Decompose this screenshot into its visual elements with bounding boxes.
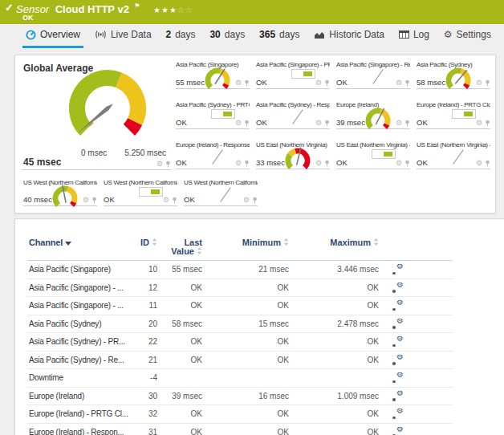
tab-30-days[interactable]: 30days xyxy=(206,25,248,48)
priority-stars[interactable]: ★★★☆☆ xyxy=(153,6,193,14)
pin-icon[interactable] xyxy=(324,120,330,127)
channel-gauge-value: OK xyxy=(256,78,267,87)
channel-minimum: 21 msec xyxy=(204,265,291,274)
table-row: Asia Pacific (Singapore) - ...12OKOKOK⚙ xyxy=(27,279,453,298)
tab-365-days[interactable]: 365days xyxy=(256,25,303,48)
channel-maximum: 2.478 msec xyxy=(291,319,380,328)
channel-name[interactable]: Asia Pacific (Sydney) xyxy=(27,319,132,328)
gear-icon[interactable]: ⚙ xyxy=(83,197,89,204)
pin-icon[interactable] xyxy=(324,160,330,167)
channel-settings-icon[interactable]: ⚙ xyxy=(392,427,404,435)
tab-live-data[interactable]: Live Data xyxy=(91,25,155,48)
gear-icon[interactable]: ⚙ xyxy=(235,79,242,87)
gear-icon[interactable]: ⚙ xyxy=(476,79,482,87)
stars-empty: ☆☆ xyxy=(177,6,193,14)
pin-icon[interactable] xyxy=(91,197,97,204)
pin-icon[interactable] xyxy=(404,120,410,127)
channel-id: 11 xyxy=(132,301,159,310)
pin-icon[interactable] xyxy=(244,160,250,167)
channel-last-value: 55 msec xyxy=(159,265,204,274)
tab-log[interactable]: Log xyxy=(396,25,433,48)
channel-settings-icon[interactable]: ⚙ xyxy=(392,409,404,419)
pin-icon[interactable] xyxy=(485,160,490,167)
flag-icon[interactable]: ⚑ xyxy=(134,2,140,10)
gear-icon[interactable]: ⚙ xyxy=(156,161,163,168)
channel-gauge-cell: Asia Pacific (Sydney) - Respo...OK⚙ xyxy=(256,100,330,129)
gear-icon[interactable]: ⚙ xyxy=(163,197,169,204)
channel-minimum: 15 msec xyxy=(204,319,291,328)
channel-name[interactable]: Asia Pacific (Singapore) - ... xyxy=(27,283,132,292)
table-row: Asia Pacific (Sydney) - PR...22OKOKOK⚙ xyxy=(27,333,453,352)
pin-icon[interactable] xyxy=(244,79,250,87)
channel-name[interactable]: Asia Pacific (Sydney) - Re... xyxy=(27,356,132,364)
channel-settings-icon[interactable]: ⚙ xyxy=(392,264,404,274)
gear-icon[interactable]: ⚙ xyxy=(235,160,242,167)
sort-icon xyxy=(373,238,379,246)
pin-icon[interactable] xyxy=(165,161,171,168)
tab-2-days[interactable]: 2days xyxy=(163,25,199,48)
channel-gauge-value: OK xyxy=(336,78,348,87)
gear-icon[interactable]: ⚙ xyxy=(315,120,322,127)
gear-icon[interactable]: ⚙ xyxy=(315,160,322,167)
channel-name[interactable]: Asia Pacific (Sydney) - PR... xyxy=(27,337,132,346)
channel-table-body: Asia Pacific (Singapore)1055 msec21 msec… xyxy=(27,261,504,435)
needle-indicator xyxy=(370,67,388,86)
mini-gauge xyxy=(360,105,396,131)
channel-settings-icon[interactable]: ⚙ xyxy=(392,336,404,347)
channel-name[interactable]: Europe (Ireland) xyxy=(27,392,132,400)
channel-settings-icon[interactable]: ⚙ xyxy=(392,283,404,293)
channel-name[interactable]: Europe (Ireland) - Respon... xyxy=(27,428,132,435)
gear-icon[interactable]: ⚙ xyxy=(396,160,402,167)
channel-settings-icon[interactable]: ⚙ xyxy=(392,300,404,311)
status-ok-check-icon: ✓ xyxy=(5,2,14,14)
channel-name[interactable]: Asia Pacific (Singapore) xyxy=(27,265,132,274)
pin-icon[interactable] xyxy=(172,197,177,204)
column-header-maximum[interactable]: Maximum xyxy=(291,238,380,247)
channel-gauge-cell: US West (Northern California)...OK⚙ xyxy=(104,178,177,206)
channel-gauge-cell: Europe (Ireland) - Response C...OK⚙ xyxy=(176,140,250,169)
pin-icon[interactable] xyxy=(485,120,490,127)
channel-settings-icon[interactable]: ⚙ xyxy=(392,372,404,383)
tab-settings[interactable]: ⚙Settings xyxy=(441,25,494,48)
channel-gauge-value: OK xyxy=(256,118,267,127)
tab-historic-data[interactable]: Historic Data xyxy=(311,25,388,48)
table-row: Europe (Ireland) - Respon...31OKOKOK⚙ xyxy=(27,424,453,435)
gear-icon: ⚙ xyxy=(444,30,453,39)
channel-minimum: OK xyxy=(204,301,291,310)
tab-label: days xyxy=(279,29,299,40)
pin-icon[interactable] xyxy=(252,197,258,204)
gear-icon[interactable]: ⚙ xyxy=(315,79,322,87)
status-toggle-indicator xyxy=(452,109,476,119)
column-header-channel[interactable]: Channel xyxy=(27,238,132,247)
channel-gauge-value: OK xyxy=(417,158,428,167)
gear-icon[interactable]: ⚙ xyxy=(396,79,402,87)
column-header-minimum[interactable]: Minimum xyxy=(204,238,291,247)
column-header-id[interactable]: ID xyxy=(132,238,159,247)
pin-icon[interactable] xyxy=(404,160,410,167)
gear-icon[interactable]: ⚙ xyxy=(476,120,482,127)
gear-icon[interactable]: ⚙ xyxy=(243,197,250,204)
gear-icon[interactable]: ⚙ xyxy=(476,160,482,167)
channel-settings-icon[interactable]: ⚙ xyxy=(392,391,404,401)
pin-icon[interactable] xyxy=(244,120,250,127)
gear-icon[interactable]: ⚙ xyxy=(396,120,402,127)
channel-name[interactable]: Downtime xyxy=(27,373,132,382)
table-row: Asia Pacific (Singapore)1055 msec21 msec… xyxy=(27,261,453,279)
gauge-value: 45 msec xyxy=(23,157,61,168)
status-toggle-indicator xyxy=(211,109,235,119)
log-icon xyxy=(399,30,409,39)
channel-settings-icon[interactable]: ⚙ xyxy=(392,319,404,329)
sensor-name: Cloud HTTP v2 xyxy=(55,3,129,15)
pin-icon[interactable] xyxy=(485,79,490,87)
global-average-gauge-cell: Global Average 0 msec 5.250 msec 45 msec… xyxy=(22,60,171,170)
pin-icon[interactable] xyxy=(324,79,330,87)
channel-name[interactable]: Europe (Ireland) - PRTG Cl... xyxy=(27,409,132,418)
gear-icon[interactable]: ⚙ xyxy=(235,120,242,127)
tab-overview[interactable]: Overview xyxy=(22,25,83,48)
channel-settings-icon[interactable]: ⚙ xyxy=(392,355,404,365)
column-header-last-value[interactable]: Last Value xyxy=(159,238,204,256)
pin-icon[interactable] xyxy=(404,79,410,87)
global-average-gauge xyxy=(47,65,168,148)
sensor-title-line: Sensor Cloud HTTP v2 ⚑ ★★★☆☆ xyxy=(16,2,193,16)
channel-name[interactable]: Asia Pacific (Singapore) - ... xyxy=(27,301,132,310)
